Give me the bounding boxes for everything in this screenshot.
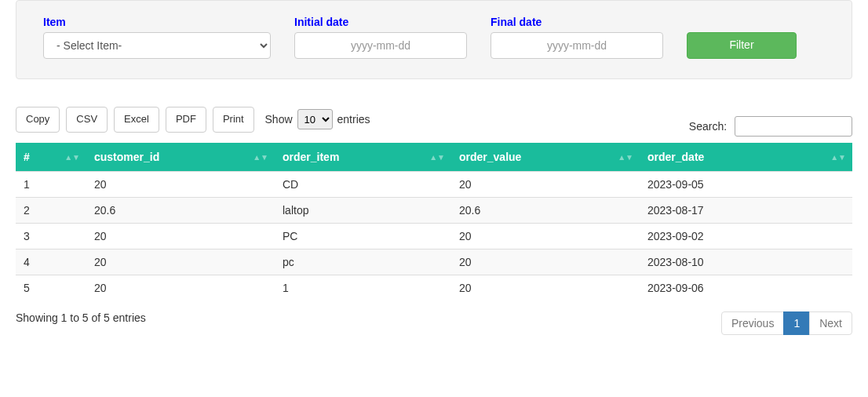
col-customer-id[interactable]: customer_id▲▼ [86, 143, 275, 172]
pagination: Previous1Next [722, 311, 852, 335]
next-button[interactable]: Next [809, 311, 852, 335]
col-order-item[interactable]: order_item▲▼ [275, 143, 451, 172]
sort-icon: ▲▼ [830, 155, 846, 159]
item-select[interactable]: - Select Item- [43, 32, 271, 59]
cell-idx: 2 [16, 198, 86, 224]
table-row: 120CD202023-09-05 [16, 172, 852, 198]
prev-button[interactable]: Previous [721, 311, 784, 335]
col-index[interactable]: #▲▼ [16, 143, 86, 172]
sort-icon: ▲▼ [429, 155, 445, 159]
cell-idx: 5 [16, 275, 86, 301]
copy-button[interactable]: Copy [16, 107, 60, 133]
cell-cust: 20 [86, 172, 275, 198]
cell-date: 2023-09-02 [640, 224, 852, 249]
sort-icon: ▲▼ [618, 155, 633, 159]
csv-button[interactable]: CSV [66, 107, 108, 133]
cell-idx: 4 [16, 249, 86, 275]
cell-item: pc [275, 249, 451, 275]
table-row: 420pc202023-08-10 [16, 249, 852, 275]
cell-item: CD [275, 172, 451, 198]
col-order-value[interactable]: order_value▲▼ [451, 143, 640, 172]
final-date-label: Final date [491, 16, 663, 28]
table-row: 5201202023-09-06 [16, 275, 852, 301]
cell-cust: 20 [86, 224, 275, 249]
sort-icon: ▲▼ [64, 155, 80, 159]
item-label: Item [43, 16, 271, 28]
cell-date: 2023-08-10 [640, 249, 852, 275]
cell-val: 20 [451, 249, 640, 275]
cell-item: laltop [275, 198, 451, 224]
search-input[interactable] [735, 116, 852, 137]
pdf-button[interactable]: PDF [166, 107, 206, 133]
page-1-button[interactable]: 1 [783, 311, 810, 335]
cell-date: 2023-09-06 [640, 275, 852, 301]
cell-val: 20 [451, 224, 640, 249]
cell-val: 20 [451, 172, 640, 198]
print-button[interactable]: Print [213, 107, 254, 133]
cell-idx: 3 [16, 224, 86, 249]
filter-panel: Item - Select Item- Initial date Final d… [16, 0, 852, 79]
cell-cust: 20 [86, 249, 275, 275]
cell-date: 2023-09-05 [640, 172, 852, 198]
col-order-date[interactable]: order_date▲▼ [640, 143, 852, 172]
initial-date-input[interactable] [294, 32, 467, 59]
length-select[interactable]: 10 [297, 109, 333, 129]
cell-item: 1 [275, 275, 451, 301]
cell-cust: 20 [86, 275, 275, 301]
cell-item: PC [275, 224, 451, 249]
table-row: 220.6laltop20.62023-08-17 [16, 198, 852, 224]
final-date-input[interactable] [491, 32, 663, 59]
length-entries-label: entries [337, 113, 370, 126]
cell-cust: 20.6 [86, 198, 275, 224]
table-row: 320PC202023-09-02 [16, 224, 852, 249]
cell-val: 20.6 [451, 198, 640, 224]
cell-idx: 1 [16, 172, 86, 198]
excel-button[interactable]: Excel [114, 107, 159, 133]
initial-date-label: Initial date [294, 16, 467, 28]
search-label: Search: [689, 120, 852, 133]
orders-table: #▲▼ customer_id▲▼ order_item▲▼ order_val… [16, 143, 852, 300]
table-info: Showing 1 to 5 of 5 entries [16, 311, 146, 324]
cell-val: 20 [451, 275, 640, 301]
toolbar: Copy CSV Excel PDF Print Show 10 entries… [16, 107, 852, 143]
length-show-label: Show [265, 113, 293, 126]
cell-date: 2023-08-17 [640, 198, 852, 224]
sort-icon: ▲▼ [253, 155, 268, 159]
filter-button[interactable]: Filter [687, 32, 797, 59]
